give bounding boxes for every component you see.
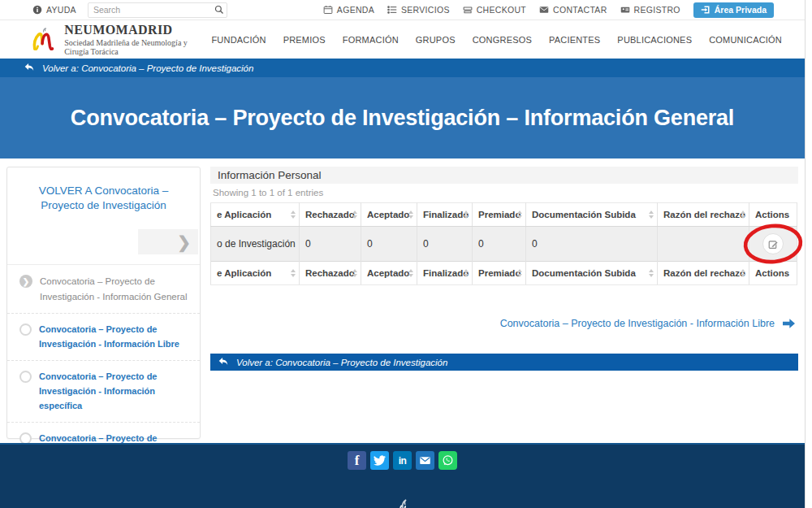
nav-formacion[interactable]: FORMACIÓN (343, 35, 399, 45)
sort-icon[interactable] (741, 211, 745, 219)
id-card-icon (620, 5, 630, 15)
main-area: VOLVER A Convocatoria – Proyecto de Inve… (0, 158, 805, 443)
col-documentacion-subida[interactable]: Documentación Subida (526, 262, 658, 285)
results-table: e Aplicación Rechazado Aceptado Finaliza… (210, 202, 797, 285)
circle-icon (19, 323, 32, 336)
col-aplicacion[interactable]: e Aplicación (211, 203, 300, 227)
twitter-icon[interactable] (370, 451, 389, 470)
servicios-label: SERVICIOS (401, 5, 450, 15)
servicios-link[interactable]: SERVICIOS (387, 5, 450, 15)
nav-pacientes[interactable]: PACIENTES (549, 35, 600, 45)
cell-aceptado: 0 (361, 227, 417, 262)
sort-icon[interactable] (352, 269, 357, 277)
checkout-link[interactable]: CHECKOUT (463, 5, 526, 15)
cell-finalizado: 0 (417, 227, 473, 262)
facebook-icon[interactable]: f (348, 451, 366, 470)
utility-bar: AYUDA AGENDA SERVICIOS (0, 0, 805, 20)
cell-razon-rechazo (658, 227, 749, 262)
sidebar-back-link[interactable]: VOLVER A Convocatoria – Proyecto de Inve… (7, 167, 200, 218)
col-razon-rechazo[interactable]: Razón del rechazo (658, 203, 749, 227)
back-arrow-icon (24, 63, 35, 73)
registro-label: REGISTRO (634, 5, 680, 15)
sort-icon[interactable] (464, 211, 469, 219)
contactar-link[interactable]: CONTACTAR (539, 5, 607, 15)
breadcrumb-bottom[interactable]: Volver a: Convocatoria – Proyecto de Inv… (210, 354, 798, 371)
info-icon (32, 5, 42, 15)
sort-icon[interactable] (408, 269, 413, 277)
sort-icon[interactable] (741, 269, 745, 277)
next-link-label: Convocatoria – Proyecto de Investigación… (500, 318, 775, 329)
breadcrumb-top[interactable]: Volver a: Convocatoria – Proyecto de Inv… (0, 59, 805, 77)
calendar-icon (323, 5, 333, 15)
nav-premios[interactable]: PREMIOS (283, 35, 326, 45)
search-input[interactable] (89, 5, 212, 15)
col-aceptado[interactable]: Aceptado (361, 203, 417, 227)
breadcrumb-bottom-label: Volver a: Convocatoria – Proyecto de Inv… (236, 358, 447, 367)
back-arrow-icon (218, 357, 229, 367)
logo[interactable]: NEUMOMADRID Sociedad Madrileña de Neumol… (31, 23, 211, 56)
help-label: AYUDA (46, 5, 76, 15)
col-finalizado[interactable]: Finalizado (417, 203, 473, 227)
table-header-row: e Aplicación Rechazado Aceptado Finaliza… (211, 203, 797, 227)
col-finalizado[interactable]: Finalizado (417, 262, 473, 285)
table-row: o de Investigación 0 0 0 0 0 (211, 227, 797, 262)
sidebar-item-informacion-general[interactable]: ❯ Convocatoria – Proyecto de Investigaci… (7, 265, 200, 314)
help-link[interactable]: AYUDA (32, 5, 76, 15)
social-bar: f in (0, 445, 805, 470)
search-icon[interactable] (212, 5, 227, 15)
sidebar-item-informacion-libre[interactable]: Convocatoria – Proyecto de Investigación… (7, 314, 200, 361)
chevron-right-icon: ❯ (177, 234, 191, 250)
sidebar: VOLVER A Convocatoria – Proyecto de Inve… (6, 167, 201, 439)
brand-tagline: Sociedad Madrileña de Neumología y Cirug… (64, 38, 211, 56)
email-icon[interactable] (416, 451, 434, 470)
sort-icon[interactable] (291, 269, 296, 277)
sidebar-next-button[interactable]: ❯ (138, 229, 198, 254)
col-aceptado[interactable]: Aceptado (361, 262, 417, 285)
col-premiado[interactable]: Premiado (473, 203, 526, 227)
sidebar-item-label: Convocatoria – Proyecto de Investigación… (40, 274, 192, 304)
next-page-link[interactable]: Convocatoria – Proyecto de Investigación… (210, 318, 798, 329)
sort-icon[interactable] (517, 269, 522, 277)
footer-logo-partial (392, 497, 413, 508)
sort-icon[interactable] (517, 211, 522, 219)
col-razon-rechazo[interactable]: Razón del rechazo (658, 262, 749, 285)
linkedin-icon[interactable]: in (393, 451, 412, 470)
section-title: Información Personal (210, 167, 798, 184)
nav-publicaciones[interactable]: PUBLICACIONES (617, 35, 692, 45)
col-premiado[interactable]: Premiado (473, 262, 526, 285)
sort-icon[interactable] (649, 269, 654, 277)
cash-register-icon (463, 5, 473, 15)
registro-link[interactable]: REGISTRO (620, 5, 680, 15)
col-rechazado[interactable]: Rechazado (300, 203, 361, 227)
sort-icon[interactable] (649, 211, 654, 219)
edit-pencil-icon (768, 239, 779, 250)
sort-icon[interactable] (291, 211, 296, 219)
neumomadrid-logo-mark (31, 24, 56, 55)
brand-name: NEUMOMADRID (64, 23, 211, 37)
nav-fundacion[interactable]: FUNDACIÓN (211, 35, 266, 45)
page: AYUDA AGENDA SERVICIOS (0, 0, 806, 508)
nav-comunicacion[interactable]: COMUNICACIÓN (709, 35, 782, 45)
nav-grupos[interactable]: GRUPOS (416, 35, 456, 45)
private-area-label: Área Privada (715, 5, 767, 15)
breadcrumb-top-label: Volver a: Convocatoria – Proyecto de Inv… (42, 63, 253, 73)
checkout-label: CHECKOUT (477, 5, 526, 15)
sort-icon[interactable] (464, 269, 469, 277)
footer: f in (0, 443, 805, 508)
agenda-link[interactable]: AGENDA (323, 5, 374, 15)
hero-banner: Convocatoria – Proyecto de Investigación… (0, 77, 805, 158)
circle-icon (19, 371, 32, 383)
nav-congresos[interactable]: CONGRESOS (473, 35, 532, 45)
sort-icon[interactable] (408, 211, 413, 219)
private-area-button[interactable]: Área Privada (693, 2, 774, 18)
edit-button[interactable] (762, 233, 784, 254)
sort-icon[interactable] (352, 211, 357, 219)
col-documentacion-subida[interactable]: Documentación Subida (526, 203, 658, 227)
sidebar-item-informacion-especifica[interactable]: Convocatoria – Proyecto de Investigación… (7, 361, 200, 423)
col-rechazado[interactable]: Rechazado (300, 262, 361, 285)
showing-entries: Showing 1 to 1 of 1 entries (213, 188, 798, 198)
envelope-icon (539, 5, 549, 15)
content-area: Información Personal Showing 1 to 1 of 1… (210, 167, 798, 443)
whatsapp-icon[interactable] (438, 451, 457, 470)
col-aplicacion[interactable]: e Aplicación (211, 262, 300, 285)
